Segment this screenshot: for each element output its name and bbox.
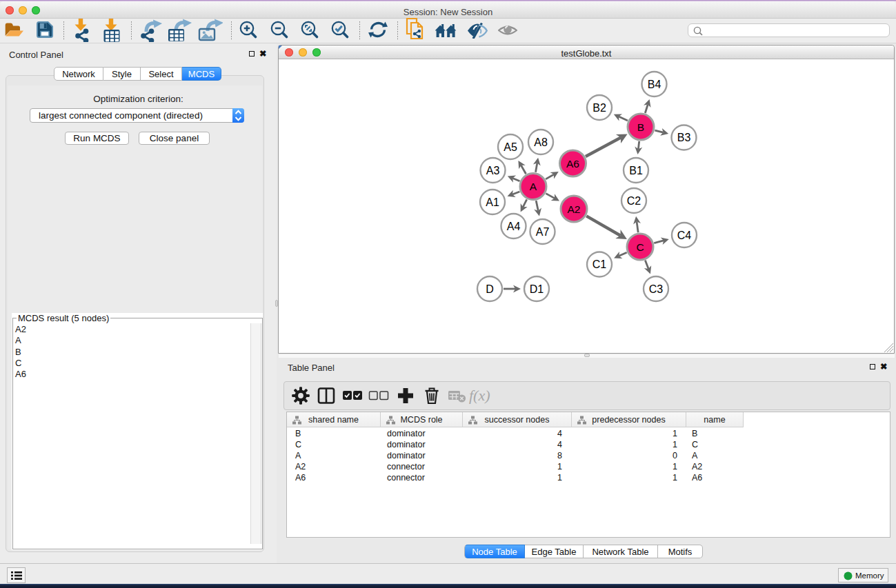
svg-text:A5: A5: [504, 141, 517, 153]
svg-text:A7: A7: [536, 226, 550, 238]
svg-text:B2: B2: [593, 102, 606, 114]
svg-text:C1: C1: [593, 258, 607, 270]
svg-text:D: D: [486, 283, 494, 295]
svg-text:A2: A2: [568, 203, 581, 215]
svg-text:A: A: [530, 181, 537, 192]
svg-text:f(x): f(x): [469, 387, 490, 404]
svg-text:A6: A6: [566, 158, 579, 170]
svg-text:A4: A4: [507, 221, 521, 232]
svg-text:A8: A8: [534, 136, 548, 148]
svg-text:D1: D1: [530, 283, 544, 295]
svg-text:B4: B4: [648, 79, 661, 90]
svg-text:B: B: [637, 121, 644, 133]
svg-text:C: C: [636, 241, 644, 253]
svg-text:C3: C3: [649, 283, 664, 295]
svg-text:C4: C4: [677, 230, 692, 241]
svg-text:C2: C2: [627, 195, 641, 207]
svg-text:B1: B1: [629, 165, 643, 176]
svg-text:A1: A1: [486, 196, 499, 208]
svg-text:A3: A3: [486, 165, 500, 176]
svg-text:B3: B3: [677, 132, 691, 143]
